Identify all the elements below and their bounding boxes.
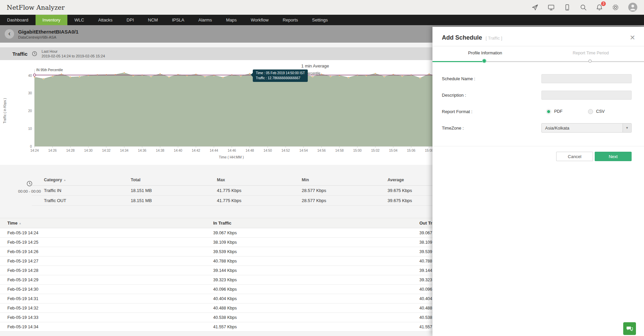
nav-item-ncm[interactable]: NCM [141,15,165,25]
main-nav: DashboardInventoryWLCAttacksDPINCMIPSLAA… [0,15,644,25]
page-title: GigabitEthernetBIASA0/1 [18,29,78,35]
column-header-category[interactable]: Category▲ [32,175,131,185]
nav-item-alarms[interactable]: Alarms [191,15,219,25]
report-format-label: Report Format : [442,109,541,114]
table-cell: 28.577 Kbps [302,185,388,195]
radio-pdf-checked[interactable] [546,109,551,114]
next-button[interactable]: Next [595,152,632,161]
schedule-name-input[interactable] [541,74,632,83]
period-range: 2019-02-05 14:24 to 2019-02-05 15:24 [42,54,105,58]
nav-item-reports[interactable]: Reports [276,15,305,25]
nav-item-dpi[interactable]: DPI [120,15,141,25]
format-csv-option[interactable]: CSV [588,109,605,114]
progress-dot-inactive[interactable] [588,59,592,63]
gear-icon[interactable] [612,4,619,11]
sort-icon[interactable]: ▲ [63,179,66,182]
notification-badge: 3 [601,1,606,6]
table-cell: 40.404 Kbps [213,294,419,303]
nav-item-maps[interactable]: Maps [219,15,244,25]
table-cell: 41.775 Kbps [217,185,302,195]
nav-item-settings[interactable]: Settings [305,15,335,25]
table-cell: Feb-05-19 14:26 [0,247,213,256]
sort-icon[interactable]: ▲ [19,222,21,225]
nav-item-attacks[interactable]: Attacks [91,15,120,25]
timezone-value: Asia/Kolkata [545,126,569,131]
step-report-time-period[interactable]: Report Time Period [573,51,609,55]
schedule-name-row: Schedule Name : [442,74,632,83]
column-header-in-traffic[interactable]: In Traffic [213,218,419,228]
nav-item-workflow[interactable]: Workflow [244,15,276,25]
column-header-time[interactable]: Time▲ [0,218,213,228]
svg-text:14:40: 14:40 [174,149,182,152]
chart-y-axis-label: Traffic ( in Kbps ) [3,98,7,124]
panel-footer: Cancel Next [432,146,644,161]
svg-text:10: 10 [28,127,32,131]
table-cell: 39.067 Kbps [213,228,419,238]
progress-dot-active[interactable] [482,59,486,63]
svg-text:40: 40 [28,74,32,78]
panel-subtitle: [ Traffic ] [485,36,502,41]
avatar[interactable] [628,3,637,12]
table-cell: Feb-05-19 14:30 [0,285,213,294]
topbar-icons: 3 [532,3,637,12]
time-period: Last Hour 2019-02-05 14:24 to 2019-02-05… [42,49,105,59]
table-cell: Feb-05-19 14:27 [0,256,213,266]
chart-tooltip: Time : 05 Feb 2019 14:50:00 IST Traffic … [253,69,308,82]
column-header-min[interactable]: Min [302,175,388,185]
svg-text:14:38: 14:38 [156,149,164,152]
description-label: Description : [442,93,541,98]
table-cell: 41.557 Kbps [213,322,419,332]
svg-text:14:30: 14:30 [84,149,93,152]
svg-text:30: 30 [28,91,32,95]
timezone-row: TimeZone : Asia/Kolkata ▼ [442,123,632,133]
table-cell: 28.577 Kbps [302,195,388,205]
table-cell: Feb-05-19 14:25 [0,238,213,247]
radio-csv-unchecked[interactable] [588,109,593,114]
table-cell: Traffic OUT [32,195,131,205]
nav-item-inventory[interactable]: Inventory [36,15,67,25]
progress-fill [432,61,485,62]
column-header-max[interactable]: Max [217,175,302,185]
schedule-name-label: Schedule Name : [442,76,541,81]
svg-text:15:02: 15:02 [371,149,379,152]
column-header-total[interactable]: Total [131,175,217,185]
add-schedule-panel: Add Schedule [ Traffic ] ✕ Profile Infor… [432,27,644,336]
search-icon[interactable] [580,4,587,11]
bell-icon[interactable]: 3 [596,4,603,11]
nav-item-dashboard[interactable]: Dashboard [0,15,36,25]
timezone-label: TimeZone : [442,126,541,131]
svg-text:15:04: 15:04 [389,149,397,152]
svg-text:14:28: 14:28 [66,149,74,152]
chart-x-axis-label: Time ( HH:MM ) [134,155,329,159]
cancel-button[interactable]: Cancel [556,152,593,161]
table-cell: Traffic IN [32,185,131,195]
timezone-select[interactable]: Asia/Kolkata ▼ [541,123,632,133]
chevron-down-icon[interactable]: ▼ [623,124,631,132]
period-label: Last Hour [42,49,105,54]
table-cell: 40.538 Kbps [213,313,419,322]
chat-button[interactable] [623,322,636,335]
table-cell: 39.323 Kbps [213,275,419,285]
table-cell: 40.488 Kbps [213,303,419,313]
svg-text:14:34: 14:34 [120,149,128,152]
svg-text:20: 20 [28,109,32,113]
back-button[interactable]: ‹ [5,29,14,39]
description-row: Description : [442,90,632,100]
tooltip-time: Time : 05 Feb 2019 14:50:00 IST [256,71,305,76]
step-profile-information[interactable]: Profile Information [468,51,502,55]
monitor-icon[interactable] [548,4,554,11]
nav-item-wlc[interactable]: WLC [67,15,91,25]
chart-legend-in-95th: IN 95th Percentile [36,68,63,72]
format-pdf-label: PDF [554,109,563,114]
table-cell: Feb-05-19 14:29 [0,275,213,285]
traffic-section-title: Traffic [12,51,27,57]
close-icon[interactable]: ✕ [630,34,635,41]
table-cell: Feb-05-19 14:34 [0,322,213,332]
mobile-icon[interactable] [564,4,571,11]
paper-plane-icon[interactable] [532,4,538,11]
svg-text:14:50: 14:50 [264,149,272,152]
description-input[interactable] [541,91,632,100]
svg-text:14:32: 14:32 [102,149,110,152]
nav-item-ipsla[interactable]: IPSLA [165,15,191,25]
format-pdf-option[interactable]: PDF [546,109,563,114]
